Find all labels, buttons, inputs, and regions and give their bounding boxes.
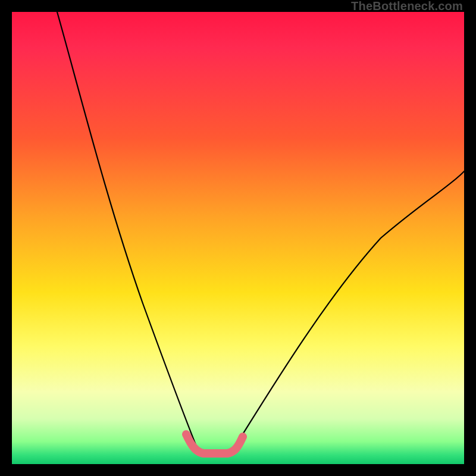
bottleneck-curve-left bbox=[57, 12, 198, 449]
valley-highlight bbox=[186, 434, 243, 453]
bottleneck-curve-right bbox=[233, 171, 464, 449]
plot-area bbox=[12, 12, 464, 464]
attribution-text: TheBottleneck.com bbox=[351, 0, 463, 12]
curve-overlay bbox=[12, 12, 464, 464]
chart-frame: TheBottleneck.com bbox=[0, 0, 476, 476]
